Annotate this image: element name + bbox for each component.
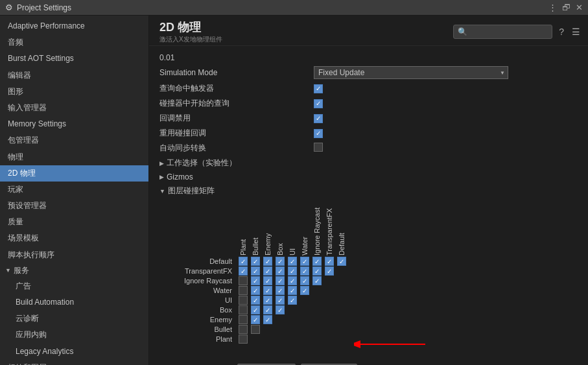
sidebar-item-player[interactable]: 玩家 xyxy=(0,182,148,198)
expand-section-图层碰撞矩阵[interactable]: ▼图层碰撞矩阵 xyxy=(159,183,588,198)
cell-Enemy-Water[interactable] xyxy=(299,315,311,324)
cell-Default-Plant[interactable]: ✓ xyxy=(237,257,249,266)
sidebar-item-physics[interactable]: 物理 xyxy=(0,149,148,165)
matrix-checkbox[interactable] xyxy=(239,296,248,305)
sidebar-item-editor[interactable]: 编辑器 xyxy=(0,67,148,84)
sidebar-item-audio[interactable]: 音频 xyxy=(0,34,148,51)
cell-Bullet-Water[interactable] xyxy=(299,325,311,334)
expand-section-工作选择（实验性）[interactable]: ▶工作选择（实验性） xyxy=(159,156,588,171)
matrix-checkbox[interactable]: ✓ xyxy=(263,266,272,276)
sidebar-item-burst-aot[interactable]: Burst AOT Settings xyxy=(0,51,148,67)
cell-UI-UI[interactable]: ✓ xyxy=(287,296,298,305)
sidebar-item-cloud-diagnostics[interactable]: 云诊断 xyxy=(0,311,148,327)
cell-Bullet-TransparentFX[interactable] xyxy=(323,325,335,334)
cell-TransparentFX-Water[interactable]: ✓ xyxy=(299,266,311,276)
cell-UI-Box[interactable]: ✓ xyxy=(274,296,286,305)
matrix-checkbox[interactable]: ✓ xyxy=(312,266,322,276)
cell-Plant-Ignore Raycast[interactable] xyxy=(311,335,323,344)
cell-Enemy-Plant[interactable] xyxy=(237,315,249,324)
cell-TransparentFX-Box[interactable]: ✓ xyxy=(274,266,286,276)
cell-Box-Enemy[interactable]: ✓ xyxy=(262,305,274,314)
matrix-checkbox[interactable]: ✓ xyxy=(300,276,309,285)
cell-Plant-Box[interactable] xyxy=(274,335,286,344)
matrix-checkbox[interactable]: ✓ xyxy=(276,257,285,266)
cell-Water-Default[interactable] xyxy=(336,286,347,295)
sidebar-item-tags-layers[interactable]: 标签和图层 xyxy=(0,360,148,365)
sidebar-group-services[interactable]: ▼服务 xyxy=(0,263,148,278)
matrix-checkbox[interactable]: ✓ xyxy=(288,296,297,305)
cell-Enemy-Bullet[interactable]: ✓ xyxy=(250,315,261,324)
cell-Default-UI[interactable]: ✓ xyxy=(287,257,298,266)
matrix-checkbox[interactable]: ✓ xyxy=(276,305,285,314)
cell-Plant-UI[interactable] xyxy=(287,335,298,344)
cell-Default-Bullet[interactable]: ✓ xyxy=(250,257,261,266)
menu-icon[interactable]: ☰ xyxy=(570,25,582,38)
cell-Plant-Enemy[interactable] xyxy=(262,335,274,344)
cell-Plant-TransparentFX[interactable] xyxy=(323,335,335,344)
cell-Enemy-UI[interactable] xyxy=(287,315,298,324)
matrix-checkbox[interactable]: ✓ xyxy=(251,315,260,324)
sidebar-item-quality[interactable]: 质量 xyxy=(0,214,148,230)
sidebar-item-scene-template[interactable]: 场景模板 xyxy=(0,230,148,246)
matrix-checkbox[interactable]: ✓ xyxy=(263,296,272,305)
sidebar-item-physics2d[interactable]: 2D 物理 xyxy=(0,165,148,182)
cell-TransparentFX-TransparentFX[interactable]: ✓ xyxy=(323,266,335,276)
maximize-icon[interactable]: 🗗 xyxy=(562,3,570,12)
cell-Water-Ignore Raycast[interactable] xyxy=(311,286,323,295)
sidebar-item-ads[interactable]: 广告 xyxy=(0,278,148,294)
cell-TransparentFX-Ignore Raycast[interactable]: ✓ xyxy=(311,266,323,276)
search-box[interactable]: 🔍 xyxy=(453,25,552,39)
matrix-checkbox[interactable]: ✓ xyxy=(251,266,260,276)
cell-Default-Box[interactable]: ✓ xyxy=(274,257,286,266)
matrix-checkbox[interactable]: ✓ xyxy=(325,266,334,276)
matrix-checkbox[interactable]: ✓ xyxy=(251,276,260,285)
cell-TransparentFX-Enemy[interactable]: ✓ xyxy=(262,266,274,276)
cell-Ignore Raycast-Ignore Raycast[interactable]: ✓ xyxy=(311,276,323,285)
cell-Box-Ignore Raycast[interactable] xyxy=(311,305,323,314)
matrix-checkbox[interactable]: ✓ xyxy=(251,286,260,295)
setting-checkbox-value[interactable]: ✓ xyxy=(314,113,583,123)
matrix-checkbox[interactable]: ✓ xyxy=(276,286,285,295)
cell-Box-Default[interactable] xyxy=(336,305,347,314)
sidebar-item-input-manager[interactable]: 输入管理器 xyxy=(0,100,148,116)
simulation-mode-select-wrapper[interactable]: Fixed UpdateUpdateScript xyxy=(314,66,508,79)
sidebar-item-memory-settings[interactable]: Memory Settings xyxy=(0,116,148,132)
cell-Water-Plant[interactable] xyxy=(237,286,249,295)
cell-Bullet-Bullet[interactable] xyxy=(250,325,261,334)
checkbox[interactable]: ✓ xyxy=(314,114,323,123)
cell-Bullet-Box[interactable] xyxy=(274,325,286,334)
cell-Bullet-Plant[interactable] xyxy=(237,325,249,334)
cell-Default-Enemy[interactable]: ✓ xyxy=(262,257,274,266)
content-scroll[interactable]: 0.01 Simulation Mode Fixed UpdateUpdateS… xyxy=(149,46,588,365)
help-icon[interactable]: ? xyxy=(558,25,565,38)
cell-Ignore Raycast-Default[interactable] xyxy=(336,276,347,285)
cell-UI-Bullet[interactable]: ✓ xyxy=(250,296,261,305)
cell-Water-Box[interactable]: ✓ xyxy=(274,286,286,295)
setting-checkbox-value[interactable]: ✓ xyxy=(314,99,583,108)
cell-Water-Enemy[interactable]: ✓ xyxy=(262,286,274,295)
cell-Ignore Raycast-Plant[interactable] xyxy=(237,276,249,285)
expand-section-Gizmos[interactable]: ▶Gizmos xyxy=(159,171,588,183)
matrix-checkbox[interactable]: ✓ xyxy=(312,257,322,266)
cell-Bullet-Default[interactable] xyxy=(336,325,347,334)
matrix-checkbox[interactable] xyxy=(239,305,248,314)
cell-UI-TransparentFX[interactable] xyxy=(323,296,335,305)
matrix-checkbox[interactable] xyxy=(239,315,248,324)
matrix-checkbox[interactable]: ✓ xyxy=(288,276,297,285)
matrix-checkbox[interactable]: ✓ xyxy=(263,276,272,285)
cell-Default-Default[interactable]: ✓ xyxy=(336,257,347,266)
sidebar-item-script-order[interactable]: 脚本执行顺序 xyxy=(0,247,148,263)
cell-Bullet-Ignore Raycast[interactable] xyxy=(311,325,323,334)
matrix-checkbox[interactable]: ✓ xyxy=(300,257,309,266)
matrix-checkbox[interactable] xyxy=(239,286,248,295)
cell-Ignore Raycast-TransparentFX[interactable] xyxy=(323,276,335,285)
cell-Ignore Raycast-Box[interactable]: ✓ xyxy=(274,276,286,285)
matrix-checkbox[interactable]: ✓ xyxy=(300,286,309,295)
cell-Water-UI[interactable]: ✓ xyxy=(287,286,298,295)
cell-Ignore Raycast-Bullet[interactable]: ✓ xyxy=(250,276,261,285)
matrix-checkbox[interactable] xyxy=(239,325,248,334)
setting-checkbox-value[interactable]: ✓ xyxy=(314,128,583,138)
cell-UI-Enemy[interactable]: ✓ xyxy=(262,296,274,305)
cell-Enemy-Default[interactable] xyxy=(336,315,347,324)
matrix-checkbox[interactable] xyxy=(239,276,248,285)
